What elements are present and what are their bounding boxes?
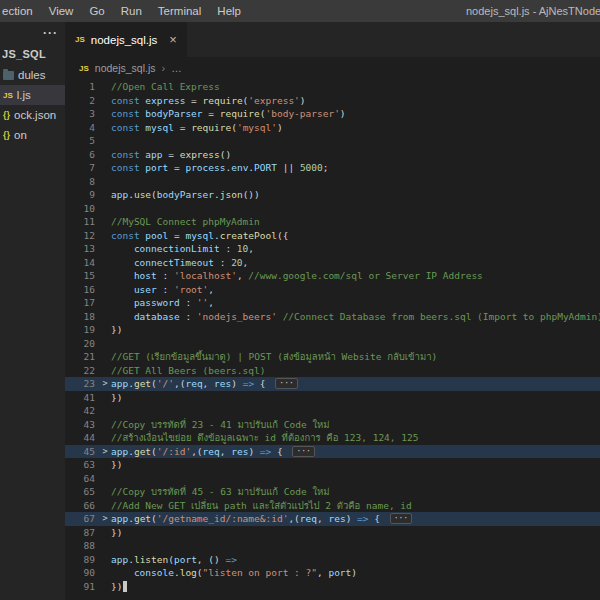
line-number[interactable]: 20 [65, 337, 99, 351]
line-number[interactable]: 65 [65, 485, 99, 499]
line-number[interactable]: 44 [65, 431, 99, 445]
code-line[interactable]: 8 [65, 175, 600, 189]
fold-chevron-icon[interactable]: > [99, 377, 111, 391]
line-number[interactable]: 43 [65, 418, 99, 432]
code-line[interactable]: 87}) [65, 526, 600, 540]
code-line[interactable]: 66//Add New GET เปลี่ยน path และใส่ตัวแป… [65, 499, 600, 513]
code-line[interactable]: 13 connectionLimit : 10, [65, 242, 600, 256]
line-number[interactable]: 14 [65, 256, 99, 270]
line-number[interactable]: 45 [65, 445, 99, 459]
line-number[interactable]: 64 [65, 472, 99, 486]
line-number[interactable]: 12 [65, 229, 99, 243]
line-number[interactable]: 88 [65, 539, 99, 553]
line-number[interactable]: 18 [65, 310, 99, 324]
close-icon[interactable]: × [169, 32, 177, 47]
line-number[interactable]: 8 [65, 175, 99, 189]
code-line[interactable]: 44//สร้างเงื่อนไขย่อย ดึงข้อมูลเฉพาะ id … [65, 431, 600, 445]
code-line[interactable]: 45>app.get('/:id',(req, res) => { ··· [65, 445, 600, 459]
code-line[interactable]: 9app.use(bodyParser.json()) [65, 188, 600, 202]
breadcrumb-file[interactable]: nodejs_sql.js [95, 62, 156, 74]
line-number[interactable]: 21 [65, 350, 99, 364]
code-line[interactable]: 3const bodyParser = require('body-parser… [65, 107, 600, 121]
code-line[interactable]: 63}) [65, 458, 600, 472]
line-number[interactable]: 4 [65, 121, 99, 135]
line-number[interactable]: 17 [65, 296, 99, 310]
code-line[interactable]: 11//MySQL Connect phpMyAdmin [65, 215, 600, 229]
line-number[interactable]: 91 [65, 580, 99, 594]
code-line[interactable]: 6const app = express() [65, 148, 600, 162]
code-editor[interactable]: 1//Open Call Express2const express = req… [65, 79, 600, 600]
line-number[interactable]: 9 [65, 188, 99, 202]
code-line[interactable]: 65//Copy บรรทัดที่ 45 - 63 มาปรับแก้ Cod… [65, 485, 600, 499]
line-number[interactable]: 23 [65, 377, 99, 391]
line-number[interactable]: 7 [65, 161, 99, 175]
code-line[interactable]: 91}) [65, 580, 600, 594]
explorer-more-actions-button[interactable]: ··· [43, 26, 58, 40]
code-line[interactable]: 64 [65, 472, 600, 486]
line-number[interactable]: 87 [65, 526, 99, 540]
code-line[interactable]: 19}) [65, 323, 600, 337]
line-number[interactable]: 11 [65, 215, 99, 229]
tree-item-package-lock-json[interactable]: {} ock.json [0, 105, 65, 125]
fold-spacer [99, 472, 111, 486]
line-number[interactable]: 66 [65, 499, 99, 513]
tree-item-node-modules[interactable]: dules [0, 65, 65, 85]
code-line[interactable]: 21//GET (เรียกข้อมูลขึ้นมาดู) | POST (ส่… [65, 350, 600, 364]
code-line[interactable]: 14 connectTimeout : 20, [65, 256, 600, 270]
breadcrumb-more[interactable]: … [171, 62, 182, 74]
line-number[interactable]: 41 [65, 391, 99, 405]
code-line[interactable]: 18 database : 'nodejs_beers' //Connect D… [65, 310, 600, 324]
code-line[interactable]: 12const pool = mysql.createPool({ [65, 229, 600, 243]
code-line[interactable]: 1//Open Call Express [65, 80, 600, 94]
line-number[interactable]: 42 [65, 404, 99, 418]
fold-ellipsis-badge[interactable]: ··· [390, 513, 412, 524]
menu-item-go[interactable]: Go [81, 0, 112, 22]
code-line[interactable]: 2const express = require('express') [65, 94, 600, 108]
code-line[interactable]: 4const mysql = require('mysql') [65, 121, 600, 135]
line-number[interactable]: 19 [65, 323, 99, 337]
code-line[interactable]: 22//GET All Beers (beers.sql) [65, 364, 600, 378]
line-number[interactable]: 10 [65, 202, 99, 216]
fold-ellipsis-badge[interactable]: ··· [275, 378, 297, 389]
code-line[interactable]: 17 password : '', [65, 296, 600, 310]
fold-chevron-icon[interactable]: > [99, 512, 111, 526]
tab-nodejs-sql-js[interactable]: JS nodejs_sql.js × [65, 22, 187, 57]
code-line[interactable]: 41}) [65, 391, 600, 405]
code-line[interactable]: 90 console.log("listen on port : ?", por… [65, 566, 600, 580]
tree-item-nodejs-sql-js[interactable]: JS l.js [0, 85, 65, 105]
menu-item-run[interactable]: Run [113, 0, 150, 22]
explorer-folder-header[interactable]: JS_SQL [0, 48, 65, 60]
line-number[interactable]: 22 [65, 364, 99, 378]
line-number[interactable]: 63 [65, 458, 99, 472]
line-number[interactable]: 67 [65, 512, 99, 526]
line-number[interactable]: 5 [65, 134, 99, 148]
line-number[interactable]: 3 [65, 107, 99, 121]
menu-item-selection[interactable]: ection [0, 0, 41, 22]
line-number[interactable]: 15 [65, 269, 99, 283]
code-line[interactable]: 88 [65, 539, 600, 553]
code-line[interactable]: 16 user : 'root', [65, 283, 600, 297]
menu-item-view[interactable]: View [41, 0, 82, 22]
code-line[interactable]: 42 [65, 404, 600, 418]
menu-item-help[interactable]: Help [209, 0, 249, 22]
menu-item-terminal[interactable]: Terminal [150, 0, 209, 22]
code-line[interactable]: 20 [65, 337, 600, 351]
fold-chevron-icon[interactable]: > [99, 445, 111, 459]
line-number[interactable]: 90 [65, 566, 99, 580]
code-line[interactable]: 7const port = process.env.PORT || 5000; [65, 161, 600, 175]
tree-item-package-json[interactable]: {} on [0, 125, 65, 145]
code-line[interactable]: 23>app.get('/',(req, res) => { ··· [65, 377, 600, 391]
line-number[interactable]: 13 [65, 242, 99, 256]
code-line[interactable]: 43//Copy บรรทัดที่ 23 - 41 มาปรับแก้ Cod… [65, 418, 600, 432]
line-number[interactable]: 2 [65, 94, 99, 108]
code-line[interactable]: 15 host : 'localhost', //www.google.com/… [65, 269, 600, 283]
code-line[interactable]: 89app.listen(port, () => [65, 553, 600, 567]
line-number[interactable]: 1 [65, 80, 99, 94]
line-number[interactable]: 6 [65, 148, 99, 162]
line-number[interactable]: 89 [65, 553, 99, 567]
code-line[interactable]: 10 [65, 202, 600, 216]
line-number[interactable]: 16 [65, 283, 99, 297]
fold-ellipsis-badge[interactable]: ··· [292, 446, 314, 457]
code-line[interactable]: 5 [65, 134, 600, 148]
code-line[interactable]: 67>app.get('/getname_id/:name&:id',(req,… [65, 512, 600, 526]
